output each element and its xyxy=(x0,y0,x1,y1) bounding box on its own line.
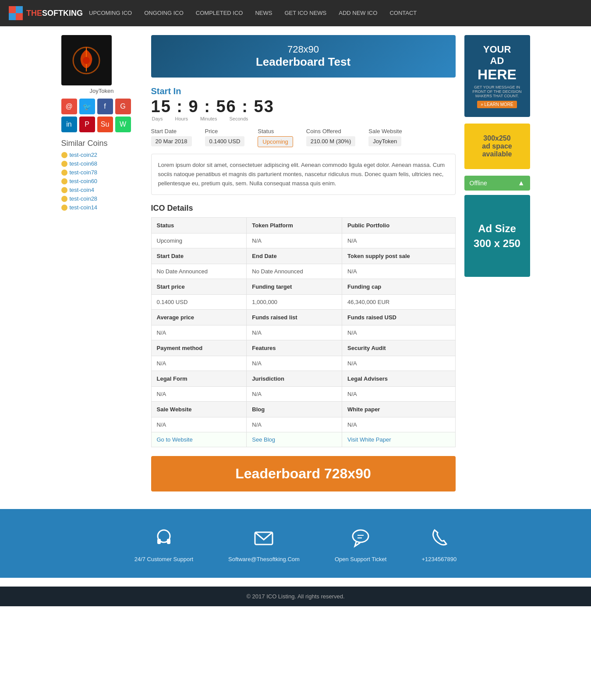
table-header-cell: Start price xyxy=(151,279,247,295)
chevron-up-icon: ▲ xyxy=(518,179,525,187)
list-item: test-coin28 xyxy=(61,195,142,202)
visit-white-paper-link[interactable]: Visit White Paper xyxy=(347,436,391,443)
offline-status-bar[interactable]: Offline ▲ xyxy=(464,176,530,191)
social-twitter-button[interactable]: 🐦 xyxy=(79,99,95,114)
similar-coin-link[interactable]: test-coin28 xyxy=(70,195,98,202)
table-link-cell[interactable]: See Blog xyxy=(247,432,342,447)
offline-label: Offline xyxy=(470,180,487,187)
footer-email[interactable]: Software@Thesoftking.Com xyxy=(228,527,300,562)
social-stumble-button[interactable]: Su xyxy=(97,117,113,132)
similar-coin-link[interactable]: test-coin60 xyxy=(70,178,98,184)
table-cell: Upcoming xyxy=(151,233,247,248)
table-row: N/A N/A N/A xyxy=(151,417,455,432)
nav-completed-ico[interactable]: COMPLETED ICO xyxy=(190,0,249,26)
table-cell: N/A xyxy=(342,417,455,432)
nav-contact[interactable]: CONTACT xyxy=(383,0,423,26)
leaderboard-label: Leaderboard Test xyxy=(160,55,447,69)
similar-coin-link[interactable]: test-coin14 xyxy=(70,204,98,211)
coin-dot-icon xyxy=(61,170,67,176)
table-row: Payment method Features Security Audit xyxy=(151,340,455,356)
coin-name-label: JoyToken xyxy=(61,88,142,94)
svg-rect-2 xyxy=(9,13,16,20)
ad-space-line1: 300x250 xyxy=(469,134,526,142)
svg-point-12 xyxy=(353,530,368,542)
table-header-cell: Payment method xyxy=(151,340,247,356)
countdown-timer: 15 : 9 : 56 : 53 xyxy=(151,97,456,116)
footer: 24/7 Customer Support Software@Thesoftki… xyxy=(0,509,591,578)
countdown-hours: 9 xyxy=(189,97,199,116)
navigation: THESOFTKING UPCOMING ICO ONGOING ICO COM… xyxy=(0,0,591,26)
table-row: Go to Website See Blog Visit White Paper xyxy=(151,432,455,447)
meta-status-value: Upcoming xyxy=(258,136,293,147)
headphone-svg xyxy=(153,527,175,548)
social-email-button[interactable]: @ xyxy=(61,99,77,114)
your-ad-here-box[interactable]: YOUR AD HERE GET YOUR MESSAGE IN FRONT O… xyxy=(464,35,530,117)
table-header-cell: Funds raised USD xyxy=(342,310,455,325)
similar-coin-link[interactable]: test-coin22 xyxy=(70,152,98,158)
email-icon xyxy=(228,527,300,552)
learn-more-button[interactable]: » LEARN MORE xyxy=(477,101,517,108)
footer-phone[interactable]: +1234567890 xyxy=(421,527,457,562)
table-header-cell: Sale Website xyxy=(151,402,247,417)
footer-support-ticket[interactable]: Open Support Ticket xyxy=(335,527,387,562)
nav-upcoming-ico[interactable]: UPCOMING ICO xyxy=(83,0,138,26)
svg-rect-3 xyxy=(16,13,23,20)
table-link-cell[interactable]: Go to Website xyxy=(151,432,247,447)
table-header-cell: Start Date xyxy=(151,248,247,264)
table-cell: N/A xyxy=(151,387,247,402)
nav-links: UPCOMING ICO ONGOING ICO COMPLETED ICO N… xyxy=(83,0,423,26)
footer-support-ticket-label: Open Support Ticket xyxy=(335,556,387,562)
table-header-cell: End Date xyxy=(247,248,342,264)
meta-row: Start Date 20 Mar 2018 Price 0.1400 USD … xyxy=(151,128,456,147)
go-to-website-link[interactable]: Go to Website xyxy=(157,436,193,443)
countdown-sep1: : xyxy=(171,97,189,116)
similar-coin-link[interactable]: test-coin4 xyxy=(70,187,94,193)
table-row: No Date Announced No Date Announced N/A xyxy=(151,264,455,279)
main-wrapper: JoyToken @ 🐦 f G in P Su W Similar Coins… xyxy=(55,26,537,509)
nav-news[interactable]: NEWS xyxy=(249,0,278,26)
table-header-cell: Funding cap xyxy=(342,279,455,295)
phone-icon xyxy=(421,527,457,552)
table-link-cell[interactable]: Visit White Paper xyxy=(342,432,455,447)
logo-icon xyxy=(9,6,23,20)
social-whatsapp-button[interactable]: W xyxy=(115,117,131,132)
table-row: N/A N/A N/A xyxy=(151,387,455,402)
nav-get-ico-news[interactable]: GET ICO NEWS xyxy=(278,0,333,26)
ad-size-box[interactable]: Ad Size 300 x 250 xyxy=(464,195,530,277)
table-cell: N/A xyxy=(342,387,455,402)
table-header-cell: Jurisdiction xyxy=(247,371,342,387)
list-item: test-coin68 xyxy=(61,160,142,167)
leaderboard-top-ad[interactable]: 728x90 Leaderboard Test xyxy=(151,35,456,78)
table-cell: N/A xyxy=(342,264,455,279)
nav-add-new-ico[interactable]: ADD NEW ICO xyxy=(333,0,383,26)
table-cell: N/A xyxy=(342,356,455,371)
social-pinterest-button[interactable]: P xyxy=(79,117,95,132)
social-facebook-button[interactable]: f xyxy=(97,99,113,114)
social-google-button[interactable]: G xyxy=(115,99,131,114)
right-sidebar: YOUR AD HERE GET YOUR MESSAGE IN FRONT O… xyxy=(464,35,530,500)
nav-ongoing-ico[interactable]: ONGOING ICO xyxy=(138,0,190,26)
leaderboard-bottom-ad[interactable]: Leaderboard 728x90 xyxy=(151,456,456,491)
table-header-cell: White paper xyxy=(342,402,455,417)
table-cell: N/A xyxy=(151,356,247,371)
table-header-cell: Token supply post sale xyxy=(342,248,455,264)
table-row: N/A N/A N/A xyxy=(151,325,455,340)
chat-svg xyxy=(350,527,372,548)
table-cell: 46,340,000 EUR xyxy=(342,295,455,310)
ad-space-box[interactable]: 300x250 ad space available xyxy=(464,124,530,169)
site-logo[interactable]: THESOFTKING xyxy=(9,6,83,20)
your-ad-here: HERE xyxy=(469,67,526,83)
coin-dot-icon xyxy=(61,205,67,211)
coin-dot-icon xyxy=(61,152,67,158)
coin-dot-icon xyxy=(61,178,67,184)
table-header-status: Status xyxy=(151,218,247,233)
leaderboard-size: 728x90 xyxy=(160,44,447,55)
similar-coin-link[interactable]: test-coin78 xyxy=(70,169,98,176)
table-cell: N/A xyxy=(247,356,342,371)
table-header-cell: Blog xyxy=(247,402,342,417)
meta-status: Status Upcoming xyxy=(258,128,293,147)
see-blog-link[interactable]: See Blog xyxy=(252,436,275,443)
social-linkedin-button[interactable]: in xyxy=(61,117,77,132)
similar-coin-link[interactable]: test-coin68 xyxy=(70,160,98,167)
table-header-public-portfolio: Public Portfolio xyxy=(342,218,455,233)
